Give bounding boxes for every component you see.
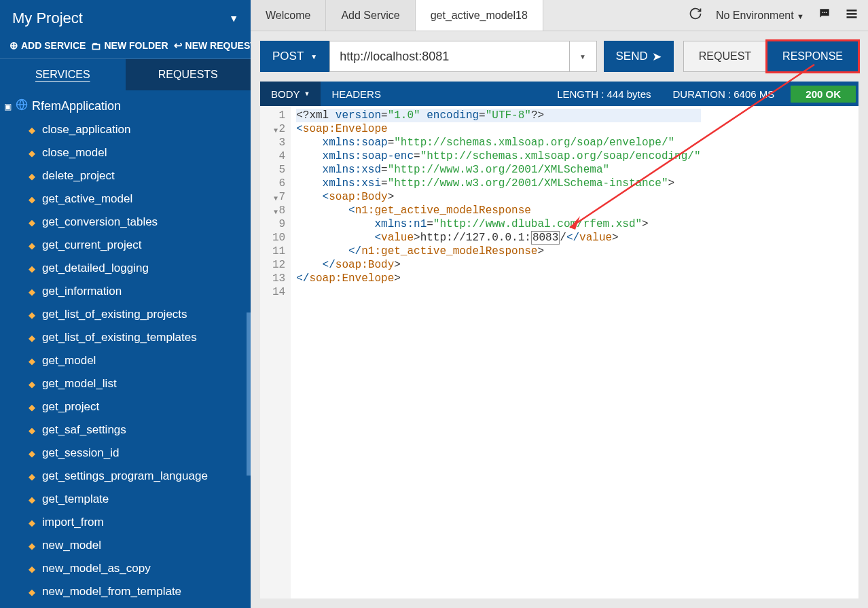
- tree-item-label: get_active_model: [42, 192, 132, 206]
- code-line[interactable]: <soap:Body>: [296, 190, 700, 204]
- chat-icon[interactable]: [818, 7, 831, 24]
- tree-item-get-information[interactable]: ◆get_information: [0, 280, 251, 303]
- top-row: Welcome Add Service get_active_model18 N…: [251, 0, 868, 31]
- response-body-editor[interactable]: 1▼23456▼7▼891011121314 <?xml version="1.…: [260, 106, 858, 598]
- code-line[interactable]: </soap:Body>: [296, 258, 700, 272]
- tree-item-get-session-id[interactable]: ◆get_session_id: [0, 442, 251, 465]
- url-input[interactable]: [329, 41, 569, 72]
- code-line[interactable]: </soap:Envelope>: [296, 272, 700, 285]
- tree-item-label: get_settings_program_language: [42, 469, 208, 483]
- tab-services[interactable]: SERVICES: [0, 59, 126, 90]
- chevron-down-icon: ▼: [304, 90, 310, 97]
- sidebar-tabs: SERVICES REQUESTS: [0, 59, 251, 90]
- tree-item-new-model-as-copy[interactable]: ◆new_model_as_copy: [0, 557, 251, 580]
- code-line[interactable]: xmlns:soap-enc="http://schemas.xmlsoap.o…: [296, 149, 700, 163]
- editor-tabs: Welcome Add Service get_active_model18: [251, 0, 543, 31]
- tree-item-new-model[interactable]: ◆new_model: [0, 534, 251, 557]
- code-line[interactable]: </n1:get_active_modelResponse>: [296, 245, 700, 258]
- layer-icon: ◆: [29, 518, 35, 528]
- new-folder-button[interactable]: 🗀 NEW FOLDER: [91, 39, 168, 52]
- new-request-button[interactable]: ↩ NEW REQUEST: [174, 39, 256, 52]
- main-panel: Welcome Add Service get_active_model18 N…: [251, 0, 868, 608]
- code-line[interactable]: xmlns:soap="http://schemas.xmlsoap.org/s…: [296, 136, 700, 149]
- svg-rect-4: [847, 10, 857, 12]
- project-header[interactable]: My Project ▼: [0, 0, 251, 37]
- sidebar-toolbar: ⊕ ADD SERVICE 🗀 NEW FOLDER ↩ NEW REQUEST: [0, 37, 251, 59]
- layer-icon: ◆: [29, 356, 35, 366]
- layer-icon: ◆: [29, 240, 35, 251]
- tree-item-label: new_model_from_template: [42, 585, 181, 598]
- request-view-button[interactable]: REQUEST: [683, 41, 767, 72]
- tree-item-delete-project[interactable]: ◆delete_project: [0, 164, 251, 187]
- tree-item-label: get_template: [42, 493, 109, 506]
- plus-circle-icon: ⊕: [10, 39, 18, 52]
- tab-add-service[interactable]: Add Service: [326, 0, 415, 31]
- tree-root-item[interactable]: ▣ RfemApplication: [0, 94, 251, 118]
- tree-item-get-settings-program-language[interactable]: ◆get_settings_program_language: [0, 465, 251, 488]
- response-view-button[interactable]: RESPONSE: [767, 41, 858, 72]
- chevron-down-icon: ▼: [797, 12, 804, 20]
- layer-icon: ◆: [29, 587, 35, 597]
- headers-tab[interactable]: HEADERS: [321, 82, 392, 106]
- tab-active-request[interactable]: get_active_model18: [416, 0, 543, 31]
- tree-item-label: get_current_project: [42, 238, 141, 252]
- body-tab[interactable]: BODY ▼: [260, 82, 321, 106]
- layer-icon: ◆: [29, 564, 35, 574]
- add-service-button[interactable]: ⊕ ADD SERVICE: [10, 39, 86, 52]
- refresh-icon[interactable]: [689, 7, 702, 24]
- send-button[interactable]: SEND ➤: [604, 41, 674, 72]
- menu-icon[interactable]: [845, 7, 858, 24]
- tree-item-get-project[interactable]: ◆get_project: [0, 395, 251, 418]
- code-line[interactable]: [296, 285, 700, 299]
- tree-item-get-model-list[interactable]: ◆get_model_list: [0, 372, 251, 395]
- tree-item-get-detailed-logging[interactable]: ◆get_detailed_logging: [0, 257, 251, 280]
- tab-requests[interactable]: REQUESTS: [126, 59, 251, 90]
- svg-point-2: [824, 12, 825, 14]
- chevron-down-icon: ▼: [310, 53, 317, 60]
- tree-item-get-list-of-existing-templates[interactable]: ◆get_list_of_existing_templates: [0, 326, 251, 349]
- tree-item-label: get_model: [42, 354, 96, 368]
- tree-item-get-list-of-existing-projects[interactable]: ◆get_list_of_existing_projects: [0, 303, 251, 326]
- layer-icon: ◆: [29, 471, 35, 482]
- tree-item-label: get_saf_settings: [42, 423, 126, 437]
- code-line[interactable]: xmlns:xsd="http://www.w3.org/2001/XMLSch…: [296, 163, 700, 177]
- tree-root-label: RfemApplication: [32, 99, 121, 113]
- tree-item-get-template[interactable]: ◆get_template: [0, 488, 251, 511]
- tree-item-close-model[interactable]: ◆close_model: [0, 141, 251, 164]
- tree-item-label: delete_project: [42, 169, 115, 183]
- tree-item-get-conversion-tables[interactable]: ◆get_conversion_tables: [0, 211, 251, 234]
- tree-item-label: get_session_id: [42, 446, 119, 460]
- code-line[interactable]: xmlns:xsi="http://www.w3.org/2001/XMLSch…: [296, 177, 700, 190]
- svg-rect-5: [847, 13, 857, 15]
- layer-icon: ◆: [29, 402, 35, 412]
- collapse-icon[interactable]: ▣: [4, 102, 12, 111]
- http-method-selector[interactable]: POST ▼: [260, 41, 329, 72]
- code-line[interactable]: xmlns:n1="http://www.dlubal.com/rfem.xsd…: [296, 217, 700, 231]
- tree-item-close-application[interactable]: ◆close_application: [0, 118, 251, 141]
- code-line[interactable]: <n1:get_active_modelResponse: [296, 204, 700, 217]
- tree-item-new-model-from-template[interactable]: ◆new_model_from_template: [0, 580, 251, 603]
- layer-icon: ◆: [29, 171, 35, 181]
- svg-point-1: [822, 12, 824, 14]
- tree-item-label: new_model_as_copy: [42, 562, 151, 575]
- tree-item-import-from[interactable]: ◆import_from: [0, 511, 251, 534]
- tab-welcome[interactable]: Welcome: [251, 0, 326, 31]
- tree-item-get-current-project[interactable]: ◆get_current_project: [0, 234, 251, 257]
- tree-item-get-active-model[interactable]: ◆get_active_model: [0, 187, 251, 211]
- environment-selector[interactable]: No Environment ▼: [716, 10, 804, 22]
- code-line[interactable]: <?xml version="1.0" encoding="UTF-8"?>: [296, 109, 700, 122]
- tree-item-label: get_model_list: [42, 377, 117, 391]
- folder-plus-icon: 🗀: [91, 40, 101, 52]
- layer-icon: ◆: [29, 310, 35, 320]
- tree-item-get-saf-settings[interactable]: ◆get_saf_settings: [0, 418, 251, 442]
- url-history-dropdown[interactable]: ▼: [570, 41, 597, 72]
- layer-icon: ◆: [29, 541, 35, 551]
- tree-item-label: get_information: [42, 285, 122, 298]
- layer-icon: ◆: [29, 217, 35, 228]
- tree-item-get-model[interactable]: ◆get_model: [0, 349, 251, 372]
- layer-icon: ◆: [29, 495, 35, 505]
- tree-item-label: import_from: [42, 516, 104, 529]
- layer-icon: ◆: [29, 379, 35, 389]
- code-line[interactable]: <value>http://127.0.0.1:8083/</value>: [296, 231, 700, 245]
- code-line[interactable]: <soap:Envelope: [296, 122, 700, 136]
